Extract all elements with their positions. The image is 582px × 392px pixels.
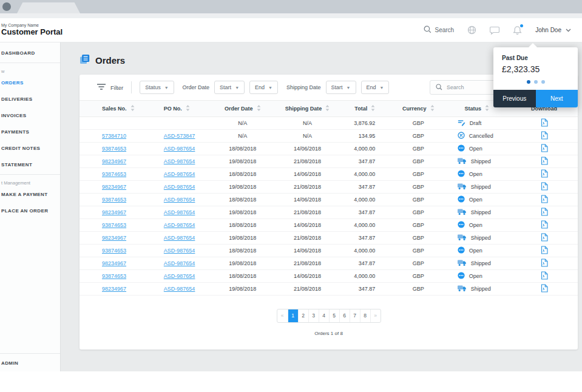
sales-no-link[interactable]: 93874653 bbox=[102, 273, 126, 279]
shipping-date-end-dropdown[interactable]: End▼ bbox=[361, 81, 390, 94]
sidebar-item-statement[interactable]: STATEMENT bbox=[0, 157, 60, 173]
po-no-link[interactable]: ASD-987654 bbox=[164, 209, 195, 215]
column-header-sales-no[interactable]: Sales No. bbox=[80, 101, 147, 117]
sales-no-link[interactable]: 98234967 bbox=[102, 158, 126, 164]
cell-po-no: ASD-987654 bbox=[147, 232, 212, 245]
cell-sales-no: 93874653 bbox=[80, 194, 147, 206]
sales-no-link[interactable]: 98234967 bbox=[102, 286, 126, 292]
sales-no-link[interactable]: 93874653 bbox=[102, 222, 126, 228]
popup-previous-button[interactable]: Previous bbox=[493, 90, 536, 107]
pagination-page-6[interactable]: 6 bbox=[339, 309, 350, 322]
sidebar-item-admin[interactable]: ADMIN bbox=[0, 355, 60, 371]
download-pdf-button[interactable] bbox=[541, 157, 548, 165]
po-no-link[interactable]: ASD-987654 bbox=[164, 171, 195, 177]
po-no-link[interactable]: ASD-573847 bbox=[164, 133, 195, 139]
orders-card: Filter Status▼ Order Date Start▼ End▼ Sh… bbox=[80, 75, 578, 350]
download-pdf-button[interactable] bbox=[541, 246, 548, 254]
column-header-order-date[interactable]: Order Date bbox=[212, 101, 274, 117]
sales-no-link[interactable]: 98234967 bbox=[102, 209, 126, 215]
download-pdf-button[interactable] bbox=[541, 259, 548, 267]
cell-total: 347.87 bbox=[341, 155, 393, 168]
carousel-dot-3[interactable] bbox=[541, 80, 545, 84]
po-no-link[interactable]: ASD-987654 bbox=[164, 248, 195, 254]
po-no-link[interactable]: ASD-987654 bbox=[164, 260, 195, 266]
table-row: 98234967ASD-98765419/08/201821/08/201834… bbox=[80, 257, 578, 270]
pagination-page-4[interactable]: 4 bbox=[319, 309, 329, 322]
orders-table: Sales No.PO No.Order DateShipping DateTo… bbox=[80, 100, 578, 296]
pagination-page-5[interactable]: 5 bbox=[329, 309, 339, 322]
order-date-start-dropdown[interactable]: Start▼ bbox=[214, 81, 245, 94]
cell-order-date: 18/08/2018 bbox=[212, 194, 274, 206]
po-no-link[interactable]: ASD-987654 bbox=[164, 235, 195, 241]
download-pdf-button[interactable] bbox=[541, 220, 548, 229]
status-filter-dropdown[interactable]: Status▼ bbox=[140, 81, 174, 94]
sidebar-item-deliveries[interactable]: DELIVERIES bbox=[0, 91, 60, 107]
globe-icon[interactable] bbox=[467, 25, 476, 35]
download-pdf-button[interactable] bbox=[541, 195, 548, 203]
po-no-link[interactable]: ASD-987654 bbox=[164, 273, 195, 279]
pagination-prev[interactable]: « bbox=[277, 309, 288, 322]
sales-no-link[interactable]: 98234967 bbox=[102, 235, 126, 241]
sales-no-link[interactable]: 93874653 bbox=[102, 248, 126, 254]
shipped-icon bbox=[458, 285, 467, 293]
po-no-link[interactable]: ASD-987654 bbox=[164, 158, 195, 164]
download-pdf-button[interactable] bbox=[541, 144, 548, 152]
pagination-page-2[interactable]: 2 bbox=[298, 309, 308, 322]
sales-no-link[interactable]: 98234967 bbox=[102, 184, 126, 190]
past-due-title: Past Due bbox=[502, 55, 569, 61]
column-header-po-no[interactable]: PO No. bbox=[147, 101, 212, 117]
download-pdf-button[interactable] bbox=[541, 271, 548, 280]
download-pdf-button[interactable] bbox=[541, 182, 548, 191]
sidebar-item-make-a-payment[interactable]: MAKE A PAYMENT bbox=[0, 186, 60, 203]
shipped-icon bbox=[458, 183, 467, 191]
table-row: 93874653ASD-98765418/08/201814/06/20184,… bbox=[80, 270, 578, 283]
notifications-bell-icon[interactable] bbox=[513, 25, 522, 35]
filter-toggle[interactable]: Filter bbox=[97, 84, 123, 91]
download-pdf-button[interactable] bbox=[541, 118, 548, 127]
shipping-date-start-dropdown[interactable]: Start▼ bbox=[326, 81, 356, 94]
browser-tab[interactable] bbox=[17, 2, 80, 13]
user-menu[interactable]: John Doe bbox=[535, 27, 571, 33]
sidebar-item-payments[interactable]: PAYMENTS bbox=[0, 124, 60, 140]
column-header-shipping-date[interactable]: Shipping Date bbox=[274, 101, 341, 117]
cell-sales-no bbox=[80, 117, 147, 130]
cell-shipping-date: 21/08/2018 bbox=[274, 206, 341, 219]
po-no-link[interactable]: ASD-987654 bbox=[164, 184, 195, 190]
messages-icon[interactable] bbox=[490, 26, 499, 35]
sales-no-link[interactable]: 93874653 bbox=[102, 146, 126, 152]
po-no-link[interactable]: ASD-987654 bbox=[164, 222, 195, 228]
sidebar-item-invoices[interactable]: INVOICES bbox=[0, 107, 60, 124]
sidebar-item-credit-notes[interactable]: CREDIT NOTES bbox=[0, 140, 60, 157]
download-pdf-button[interactable] bbox=[541, 131, 548, 140]
pagination-page-3[interactable]: 3 bbox=[308, 309, 319, 322]
sidebar-item-dashboard[interactable]: DASHBOARD bbox=[0, 45, 60, 61]
download-pdf-button[interactable] bbox=[541, 284, 548, 292]
sales-no-link[interactable]: 98234967 bbox=[102, 260, 126, 266]
column-header-total[interactable]: Total bbox=[341, 101, 393, 117]
pagination-next[interactable]: » bbox=[370, 309, 381, 322]
carousel-dot-2[interactable] bbox=[534, 80, 538, 84]
sidebar-item-orders[interactable]: ORDERS bbox=[0, 75, 60, 91]
po-no-link[interactable]: ASD-987654 bbox=[164, 286, 195, 292]
sales-no-link[interactable]: 93874653 bbox=[102, 197, 126, 203]
po-no-link[interactable]: ASD-987654 bbox=[164, 146, 195, 152]
carousel-dot-1[interactable] bbox=[527, 80, 530, 84]
download-pdf-button[interactable] bbox=[541, 208, 548, 216]
pagination-page-1[interactable]: 1 bbox=[288, 309, 298, 322]
header-search-button[interactable]: Search bbox=[424, 25, 455, 35]
download-pdf-button[interactable] bbox=[541, 169, 548, 178]
cell-po-no: ASD-987654 bbox=[147, 219, 212, 232]
popup-next-button[interactable]: Next bbox=[536, 90, 578, 107]
cell-shipping-date: N/A bbox=[274, 130, 341, 143]
sales-no-link[interactable]: 57384710 bbox=[102, 133, 126, 139]
cell-sales-no: 98234967 bbox=[80, 206, 147, 219]
cell-status: Shipped bbox=[443, 206, 510, 219]
pagination-page-8[interactable]: 8 bbox=[360, 309, 370, 322]
download-pdf-button[interactable] bbox=[541, 233, 548, 242]
column-header-currency[interactable]: Currency bbox=[393, 101, 443, 117]
sales-no-link[interactable]: 93874653 bbox=[102, 171, 126, 177]
pagination-page-7[interactable]: 7 bbox=[350, 309, 360, 322]
sidebar-item-place-an-order[interactable]: PLACE AN ORDER bbox=[0, 203, 60, 219]
order-date-end-dropdown[interactable]: End▼ bbox=[249, 81, 278, 94]
po-no-link[interactable]: ASD-987654 bbox=[164, 197, 195, 203]
